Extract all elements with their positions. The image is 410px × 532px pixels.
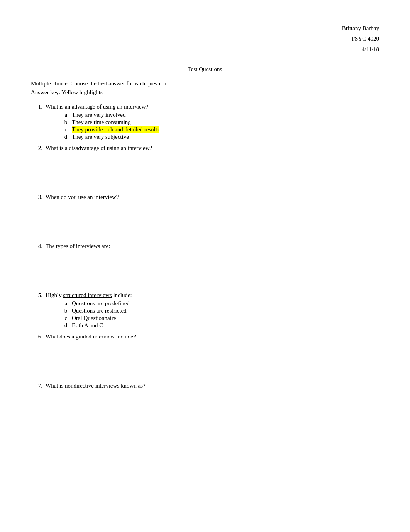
blank-space <box>46 340 379 379</box>
sub-option: c. Oral Questionnaire <box>46 315 379 321</box>
course-name: PSYC 4020 <box>31 34 379 44</box>
blank-space <box>46 201 379 239</box>
sub-option: a. Questions are predefined <box>46 300 379 307</box>
list-item: 2. What is a disadvantage of using an in… <box>31 145 379 190</box>
sub-options: a. They are very involved b. They are ti… <box>46 112 379 140</box>
question-text: What is a disadvantage of using an inter… <box>46 145 379 190</box>
sub-option: d. Both A and C <box>46 322 379 329</box>
option-letter: a. <box>61 112 69 118</box>
questions-list: 1. What is an advantage of using an inte… <box>31 104 379 389</box>
option-text: They are time consuming <box>72 119 131 126</box>
question-text: What is an advantage of using an intervi… <box>46 104 379 141</box>
question-text: Highly structured interviews include: a.… <box>46 292 379 330</box>
option-text-highlighted: They provide rich and detailed results <box>72 126 159 133</box>
option-text: Oral Questionnaire <box>72 315 116 321</box>
option-text: Both A and C <box>72 322 103 329</box>
sub-options: a. Questions are predefined b. Questions… <box>46 300 379 329</box>
page-title: Test Questions <box>31 66 379 73</box>
underlined-text: structured interviews <box>63 292 112 298</box>
question-number: 3. <box>31 194 42 201</box>
list-item: 1. What is an advantage of using an inte… <box>31 104 379 141</box>
list-item: 7. What is nondirective interviews known… <box>31 382 379 389</box>
sub-option: b. They are time consuming <box>46 119 379 126</box>
question-number: 4. <box>31 243 42 250</box>
question-text: What is nondirective interviews known as… <box>46 382 379 389</box>
question-number: 2. <box>31 145 42 151</box>
option-letter: b. <box>61 308 69 314</box>
question-number: 1. <box>31 104 42 110</box>
sub-option: d. They are very subjective <box>46 134 379 140</box>
question-label: What is an advantage of using an intervi… <box>46 104 148 110</box>
sub-option: c. They provide rich and detailed result… <box>46 126 379 133</box>
question-label: What is nondirective interviews known as… <box>46 382 146 389</box>
blank-space <box>46 250 379 288</box>
list-item: 4. The types of interviews are: <box>31 243 379 288</box>
question-text: What does a guided interview include? <box>46 333 379 379</box>
question-number: 7. <box>31 382 42 389</box>
author-name: Brittany Barbay <box>31 23 379 34</box>
instructions: Multiple choice: Choose the best answer … <box>31 80 379 87</box>
option-letter: b. <box>61 119 69 126</box>
list-item: 3. When do you use an interview? <box>31 194 379 239</box>
option-letter: a. <box>61 300 69 307</box>
list-item: 6. What does a guided interview include? <box>31 333 379 379</box>
question-text: When do you use an interview? <box>46 194 379 239</box>
list-item: 5. Highly structured interviews include:… <box>31 292 379 330</box>
question-label: What does a guided interview include? <box>46 333 136 340</box>
option-letter: d. <box>61 322 69 329</box>
sub-option: b. Questions are restricted <box>46 308 379 314</box>
question-number: 5. <box>31 292 42 299</box>
question-label: When do you use an interview? <box>46 194 119 200</box>
header-info: Brittany Barbay PSYC 4020 4/11/18 <box>31 23 379 54</box>
option-text: They are very subjective <box>72 134 129 140</box>
question-label: What is a disadvantage of using an inter… <box>46 145 152 151</box>
option-letter: d. <box>61 134 69 140</box>
question-label: The types of interviews are: <box>46 243 110 249</box>
question-text: The types of interviews are: <box>46 243 379 288</box>
question-number: 6. <box>31 333 42 340</box>
option-text: Questions are restricted <box>72 308 127 314</box>
option-letter: c. <box>61 126 69 133</box>
sub-option: a. They are very involved <box>46 112 379 118</box>
question-label: Highly structured interviews include: <box>46 292 132 298</box>
option-text: They are very involved <box>72 112 126 118</box>
blank-space <box>46 151 379 190</box>
date: 4/11/18 <box>31 44 379 54</box>
answer-key: Answer key: Yellow highlights <box>31 89 379 96</box>
option-letter: c. <box>61 315 69 321</box>
option-text: Questions are predefined <box>72 300 130 307</box>
